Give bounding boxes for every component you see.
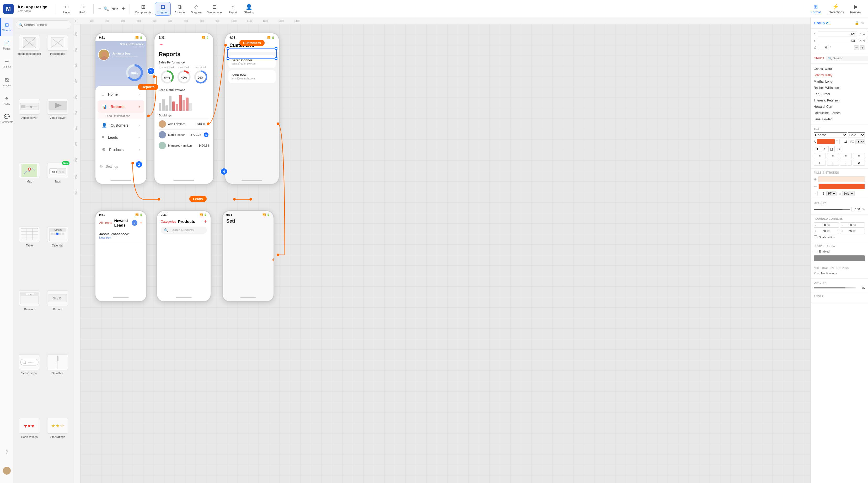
diagram-button[interactable]: ◇ Diagram — [189, 2, 204, 16]
bold-button[interactable]: B — [814, 146, 820, 152]
undo-button[interactable]: ↩ Undo — [59, 2, 74, 16]
stencil-table[interactable]: Table — [16, 227, 42, 288]
align-left-button[interactable]: ≡ — [814, 153, 826, 159]
font-style-select[interactable]: ▼ — [856, 139, 865, 144]
zoom-plus-button[interactable]: + — [120, 5, 126, 12]
stencil-tabs[interactable]: New Tab 1 Tab 2 Tabs — [44, 163, 71, 224]
stencil-audio-player[interactable]: Audio player — [16, 99, 42, 161]
zoom-control[interactable]: − 🔍 75% + — [97, 5, 126, 12]
phone1-menu-customers[interactable]: 👤 Customers › — [98, 119, 144, 131]
text-middle-button[interactable]: ⊥ — [827, 160, 839, 166]
zoom-minus-button[interactable]: − — [97, 5, 103, 12]
nav-item-stencils[interactable]: ⊞ Stencils — [0, 18, 13, 36]
align-center-button[interactable]: ≡ — [827, 153, 839, 159]
color-bar-text[interactable] — [817, 139, 834, 144]
nav-item-outline[interactable]: ☰ Outline — [0, 55, 13, 73]
stencil-browser[interactable]: ← http:// Browser — [16, 290, 42, 352]
names-list: Carlos, Ward Johnny, Kelly Martha, Long … — [814, 66, 865, 122]
opacity-slider[interactable] — [814, 209, 850, 210]
rc-field-tr: ¬ PX — [840, 222, 865, 228]
name-item-0[interactable]: Carlos, Ward — [814, 66, 865, 72]
name-item-4[interactable]: Earl, Turner — [814, 92, 865, 97]
arrange-button[interactable]: ⧉ Arrange — [172, 2, 187, 16]
rc-br-input[interactable] — [843, 230, 852, 233]
phone1-menu-reports[interactable]: 📊 Reports ‹ — [98, 100, 144, 113]
w-input[interactable] — [867, 31, 868, 36]
name-item-6[interactable]: Howard, Carr — [814, 104, 865, 109]
interactions-button[interactable]: ⚡ Interactions — [826, 2, 846, 16]
font-size-input[interactable] — [839, 139, 849, 144]
name-item-5[interactable]: Theresa, Peterson — [814, 98, 865, 103]
text-bottom-button[interactable]: ↓ — [840, 160, 852, 166]
groups-search-input[interactable] — [833, 57, 868, 60]
stencil-scrollbar[interactable]: ↑ ↓ Scrollbar — [44, 354, 71, 416]
stencil-video-player[interactable]: Video player — [44, 99, 71, 161]
underline-button[interactable]: U — [828, 146, 835, 152]
rc-tl-input[interactable] — [817, 223, 826, 227]
nav-item-user[interactable] — [0, 461, 13, 480]
preview-button[interactable]: ▶ Preview — [846, 2, 865, 16]
font-weight-select[interactable]: Bold — [848, 132, 865, 137]
h-input[interactable] — [867, 38, 868, 43]
text-top-button[interactable]: T — [814, 160, 826, 166]
shadow-enabled-checkbox[interactable] — [814, 250, 817, 253]
canvas-area[interactable]: 0 100 200 300 400 500 600 700 800 900 10… — [74, 18, 810, 483]
components-button[interactable]: ⊞ Components — [133, 2, 153, 16]
nav-item-comments[interactable]: 💬 Comments — [0, 109, 13, 128]
nav-item-pages[interactable]: 📄 Pages — [0, 36, 13, 55]
opacity2-slider[interactable] — [814, 287, 856, 288]
fill-color-swatch[interactable] — [818, 176, 865, 182]
redo-button[interactable]: ↪ Redo — [75, 2, 90, 16]
name-item-8[interactable]: Jane, Fowler — [814, 117, 865, 122]
stencil-banner[interactable]: 88 x 31 Banner — [44, 290, 71, 352]
stencil-image-placeholder[interactable]: Image placeholder — [16, 35, 42, 97]
stencil-thumb-image — [19, 35, 40, 51]
scale-radius-checkbox[interactable] — [814, 235, 817, 239]
rc-bl-input[interactable] — [817, 230, 826, 233]
nav-item-icons[interactable]: ♣ Icons — [0, 91, 13, 109]
align-right-button[interactable]: ≡ — [840, 153, 852, 159]
stroke-unit-select[interactable]: PT — [826, 191, 837, 196]
phone1-menu-products[interactable]: ⚙ Products › — [98, 143, 144, 156]
name-item-1[interactable]: Johnny, Kelly — [814, 73, 865, 78]
stencil-search-input[interactable]: Search Search input — [16, 354, 42, 416]
align-justify-button[interactable]: ≡ — [853, 153, 865, 159]
export-button[interactable]: ↑ Export — [225, 2, 240, 16]
strikethrough-button[interactable]: S — [836, 146, 842, 152]
x-input[interactable] — [818, 31, 857, 36]
stencil-map[interactable]: Map — [16, 163, 42, 224]
rc-tr-input[interactable] — [844, 223, 852, 227]
shadow-enabled-check[interactable]: Enabled — [814, 250, 865, 253]
shadow-color-swatch[interactable] — [814, 255, 865, 261]
phone1-menu-home[interactable]: ⌂ Home › — [98, 88, 144, 100]
phone2-back-arrow[interactable]: ← — [159, 42, 163, 47]
italic-button[interactable]: I — [821, 146, 827, 152]
stencil-calendar[interactable]: April 22 Calendar — [44, 227, 71, 288]
shadow-section-label: DROP SHADOW — [814, 245, 865, 248]
name-item-3[interactable]: Rachel, Williamson — [814, 85, 865, 91]
name-item-7[interactable]: Jacqueline, Barnes — [814, 110, 865, 116]
ungroup-button[interactable]: ⊡ Ungroup — [155, 2, 171, 16]
stencil-star-ratings[interactable]: ★★☆ Star ratings — [44, 418, 71, 480]
phone1-menu-leads[interactable]: ♥ Leads › — [98, 131, 144, 143]
stroke-color-swatch[interactable] — [818, 184, 865, 189]
font-family-select[interactable]: Roboto — [814, 132, 847, 137]
stroke-width-input[interactable] — [817, 191, 825, 196]
workspace-button[interactable]: ⊡ Workspace — [205, 2, 224, 16]
y-input[interactable] — [818, 38, 857, 43]
stencils-search-input[interactable] — [16, 21, 71, 29]
nav-item-images[interactable]: 🖼 Images — [0, 73, 13, 91]
sharing-button[interactable]: 👤 Sharing — [242, 2, 256, 16]
stencil-placeholder[interactable]: Placeholder — [44, 35, 71, 97]
text-settings-button[interactable]: ⚙ — [853, 160, 865, 166]
stencil-heart-ratings[interactable]: ♥♥♥ Heart ratings — [16, 418, 42, 480]
flip-h-button[interactable]: ⇆ — [854, 45, 859, 50]
stroke-style-select[interactable]: Solid — [842, 191, 855, 196]
angle-input[interactable] — [818, 45, 828, 50]
name-item-2[interactable]: Martha, Long — [814, 79, 865, 84]
scale-radius-check[interactable]: Scale radius — [814, 235, 865, 239]
flip-v-button[interactable]: ⇅ — [860, 45, 865, 50]
opacity-value-input[interactable] — [851, 206, 861, 212]
nav-item-help[interactable]: ? — [0, 443, 13, 461]
format-button[interactable]: ⊞ Format — [807, 2, 825, 16]
